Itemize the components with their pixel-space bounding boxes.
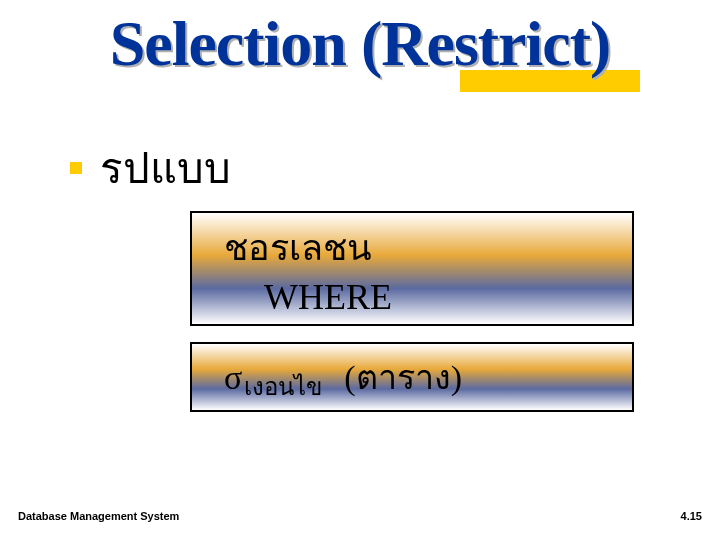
sql-line1: ชอรเลชน <box>224 228 372 268</box>
algebra-operand: (ตาราง) <box>344 350 462 404</box>
syntax-box-sql: ชอรเลชน WHERE <box>190 211 634 326</box>
title-text: Selection (Restrict) <box>60 10 660 77</box>
algebra-expression: σ เงอนไข (ตาราง) <box>224 350 614 404</box>
slide-body: รปแบบ ชอรเลชน WHERE σ เงอนไข (ตาราง) <box>70 135 660 412</box>
slide-title: Selection (Restrict) <box>60 10 660 77</box>
slide: Selection (Restrict) รปแบบ ชอรเลชน WHERE… <box>0 0 720 540</box>
footer-left: Database Management System <box>18 510 179 522</box>
bullet-icon <box>70 162 82 174</box>
footer-right: 4.15 <box>681 510 702 522</box>
sigma-subscript: เงอนไข <box>244 367 322 406</box>
sigma-symbol: σ <box>224 359 242 397</box>
bullet-row: รปแบบ <box>70 135 660 201</box>
syntax-box-algebra: σ เงอนไข (ตาราง) <box>190 342 634 412</box>
syntax-box-sql-text: ชอรเลชน WHERE <box>224 219 614 318</box>
bullet-text: รปแบบ <box>100 135 231 201</box>
sql-line2: WHERE <box>264 276 614 318</box>
